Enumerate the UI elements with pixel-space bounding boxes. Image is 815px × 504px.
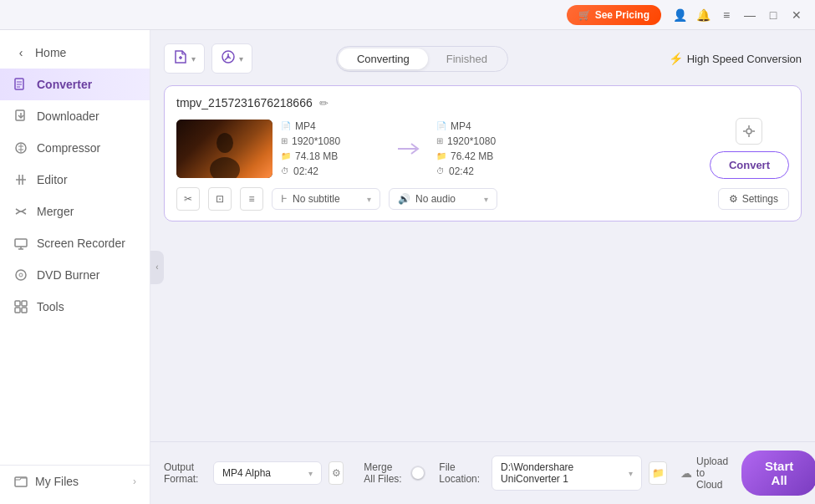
format-chevron-icon: ▾ — [308, 469, 313, 478]
size-icon: 📁 — [281, 151, 291, 160]
svg-point-33 — [227, 56, 230, 59]
sidebar-item-merger[interactable]: Merger — [0, 196, 150, 227]
svg-rect-22 — [22, 308, 27, 313]
bolt-icon: ⚡ — [669, 52, 683, 65]
output-resolution-row: ⊞ 1920*1080 — [436, 135, 553, 147]
subtitle-select[interactable]: Ͱ No subtitle ▾ — [272, 188, 380, 210]
svg-point-34 — [216, 133, 233, 153]
card-settings-button[interactable]: ⚙ Settings — [718, 188, 789, 210]
cut-icon-button[interactable]: ✂ — [176, 187, 200, 211]
output-format-field: Output Format: MP4 Alpha ▾ ⚙ — [164, 461, 344, 485]
merger-icon — [13, 204, 28, 219]
merge-all-field: Merge All Files: — [364, 461, 425, 485]
add-media-button[interactable]: ▾ — [211, 43, 252, 74]
file-name: tmpv_2157231676218666 — [176, 96, 313, 109]
sidebar-item-dvd-burner[interactable]: DVD Burner — [0, 259, 150, 291]
file-settings-icon-button[interactable] — [736, 118, 762, 145]
main-content: ▾ ▾ — [150, 30, 815, 504]
audio-chevron-icon: ▾ — [484, 195, 488, 204]
bell-icon-button[interactable]: 🔔 — [691, 3, 715, 27]
maximize-button[interactable]: □ — [762, 3, 785, 27]
file-location-select[interactable]: D:\Wondershare UniConverter 1 ▾ — [492, 456, 642, 491]
sidebar-item-screen-recorder[interactable]: Screen Recorder — [0, 227, 150, 259]
svg-rect-19 — [15, 301, 20, 306]
screen-recorder-icon — [13, 236, 28, 251]
output-file-type-icon: 📄 — [436, 121, 446, 130]
tabs-container: Converting Finished — [336, 46, 508, 72]
source-size-row: 📁 74.18 MB — [281, 150, 381, 162]
svg-point-37 — [746, 129, 751, 134]
output-size-row: 📁 76.42 MB — [436, 150, 553, 162]
file-card-bottom: ✂ ⊡ ≡ Ͱ No subtitle ▾ 🔊 No audio ▾ ⚙ — [176, 187, 789, 211]
subtitle-chevron-icon: ▾ — [367, 195, 371, 204]
sidebar-item-converter[interactable]: Converter — [0, 69, 150, 100]
convert-button[interactable]: Convert — [710, 151, 789, 179]
subtitle-icon: Ͱ — [281, 193, 288, 205]
cart-icon: 🛒 — [578, 9, 591, 21]
file-thumbnail — [176, 120, 273, 178]
output-duration-row: ⏱ 02:42 — [436, 165, 553, 177]
sidebar-item-home[interactable]: ‹ Home — [0, 37, 150, 69]
sidebar-item-downloader[interactable]: Downloader — [0, 100, 150, 132]
start-all-button[interactable]: Start All — [741, 451, 815, 496]
tab-converting[interactable]: Converting — [339, 48, 428, 69]
high-speed-indicator: ⚡ High Speed Conversion — [669, 52, 802, 65]
output-format-row: 📄 MP4 — [436, 120, 553, 132]
edit-filename-icon[interactable]: ✏ — [319, 97, 329, 109]
menu-icon-button[interactable]: ≡ — [715, 3, 738, 27]
converter-icon — [13, 77, 28, 92]
toggle-knob — [412, 467, 424, 479]
svg-rect-21 — [15, 308, 20, 313]
upload-cloud-button[interactable]: ☁ Upload to Cloud — [680, 456, 728, 491]
location-chevron-icon: ▾ — [629, 469, 633, 478]
card-settings-gear-icon: ⚙ — [729, 193, 738, 205]
output-info: 📄 MP4 ⊞ 1920*1080 📁 76.42 MB ⏱ — [436, 120, 553, 177]
svg-point-35 — [210, 157, 240, 178]
format-settings-button[interactable]: ⚙ — [329, 461, 344, 485]
svg-rect-20 — [22, 301, 27, 306]
source-resolution-row: ⊞ 1920*1080 — [281, 135, 381, 147]
output-duration-icon: ⏱ — [436, 166, 445, 176]
thumbnail-image — [176, 120, 273, 178]
toolbar: ▾ ▾ — [164, 43, 802, 74]
output-resolution-icon: ⊞ — [436, 136, 443, 145]
source-info: 📄 MP4 ⊞ 1920*1080 📁 74.18 MB ⏱ — [281, 120, 381, 177]
sidebar-collapse-button[interactable]: ‹ — [150, 251, 164, 284]
compressor-icon — [13, 140, 28, 155]
dvd-burner-icon — [13, 267, 28, 283]
convert-arrow — [390, 140, 428, 157]
sidebar-item-editor[interactable]: Editor — [0, 164, 150, 196]
add-media-chevron-icon: ▾ — [239, 54, 243, 64]
sidebar-item-compressor[interactable]: Compressor — [0, 132, 150, 164]
add-file-button[interactable]: ▾ — [164, 43, 205, 74]
audio-select[interactable]: 🔊 No audio ▾ — [389, 188, 497, 210]
sidebar-item-tools[interactable]: Tools — [0, 291, 150, 323]
see-pricing-button[interactable]: 🛒 See Pricing — [567, 5, 661, 25]
output-format-select[interactable]: MP4 Alpha ▾ — [213, 461, 322, 485]
add-file-chevron-icon: ▾ — [191, 54, 196, 64]
my-files-chevron-icon: › — [133, 476, 136, 487]
file-header: tmpv_2157231676218666 ✏ — [176, 96, 789, 109]
sidebar: ‹ Home Converter Do — [0, 30, 150, 504]
audio-icon: 🔊 — [398, 193, 410, 205]
tab-finished[interactable]: Finished — [428, 48, 506, 69]
my-files-icon — [13, 474, 28, 489]
browse-folder-button[interactable]: 📁 — [649, 461, 667, 485]
merge-toggle[interactable] — [410, 466, 426, 481]
file-body: 📄 MP4 ⊞ 1920*1080 📁 74.18 MB ⏱ — [176, 118, 789, 179]
file-type-icon: 📄 — [281, 121, 291, 130]
close-button[interactable]: ✕ — [785, 3, 808, 27]
tools-icon — [13, 299, 28, 314]
svg-point-18 — [19, 273, 23, 277]
minimize-button[interactable]: — — [738, 3, 762, 27]
downloader-icon — [13, 109, 28, 124]
svg-point-17 — [16, 270, 26, 280]
user-icon-button[interactable]: 👤 — [668, 3, 691, 27]
svg-rect-14 — [15, 239, 27, 247]
output-size-icon: 📁 — [436, 151, 446, 160]
effect-icon-button[interactable]: ≡ — [240, 187, 263, 211]
sidebar-my-files[interactable]: My Files › — [0, 465, 150, 497]
duration-icon: ⏱ — [281, 166, 289, 176]
crop-icon-button[interactable]: ⊡ — [208, 187, 232, 211]
source-format-row: 📄 MP4 — [281, 120, 381, 132]
